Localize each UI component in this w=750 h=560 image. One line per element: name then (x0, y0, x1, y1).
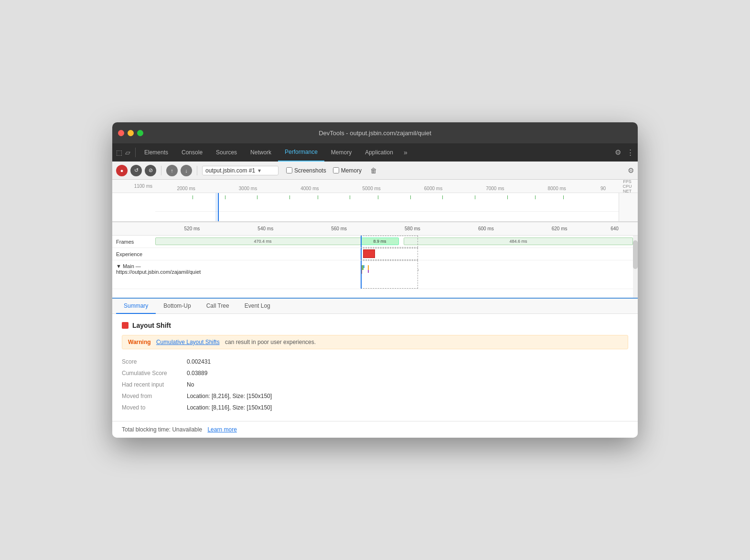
main-selection-box (361, 260, 418, 289)
tab-separator (135, 148, 136, 157)
score-row: Score 0.002431 (122, 356, 628, 367)
timeline-overview: 1100 ms 2000 ms 3000 ms 4000 ms 5000 ms … (112, 180, 638, 222)
score-key: Score (122, 356, 184, 367)
url-selector[interactable]: output.jsbin.com #1 ▾ (202, 166, 279, 175)
inspect-icon[interactable]: ⬚ (116, 149, 122, 156)
tab-memory[interactable]: Memory (324, 143, 358, 162)
detail-520: 520 ms (155, 226, 229, 231)
warning-text-content: can result in poor user experiences. (225, 339, 316, 345)
detail-540: 540 ms (229, 226, 302, 231)
ruler-6000: 6000 ms (402, 186, 464, 191)
warning-label: Warning (128, 339, 151, 345)
had-recent-input-key: Had recent input (122, 379, 184, 390)
moved-from-key: Moved from (122, 390, 184, 402)
moved-to-value: Location: [8,116], Size: [150x150] (187, 402, 272, 413)
frame-bar-1: 470.4 ms (155, 237, 370, 245)
settings-icon[interactable]: ⚙ (615, 148, 621, 157)
fps-cpu-net-tracks (112, 193, 638, 222)
reload-button[interactable]: ↺ (130, 165, 142, 176)
tab-event-log[interactable]: Event Log (237, 299, 278, 314)
detail-600: 600 ms (449, 226, 523, 231)
experience-row: Experience (112, 248, 638, 260)
tab-bar-right: ⚙ ⋮ (615, 148, 634, 157)
frames-label: Frames (112, 239, 155, 245)
net-side-label: NET (619, 189, 636, 194)
green-tick-9 (442, 195, 443, 199)
screenshots-checkbox-label[interactable]: Screenshots (286, 167, 326, 174)
had-recent-input-row: Had recent input No (122, 379, 628, 390)
ruler-3000: 3000 ms (217, 186, 279, 191)
screenshots-checkbox[interactable] (286, 167, 292, 173)
cumulative-score-row: Cumulative Score 0.03889 (122, 367, 628, 379)
experience-blue-line (361, 248, 362, 260)
tab-call-tree[interactable]: Call Tree (199, 299, 237, 314)
timeline-ruler: 1100 ms 2000 ms 3000 ms 4000 ms 5000 ms … (112, 180, 638, 193)
moved-from-value: Location: [8,216], Size: [150x150] (187, 390, 272, 402)
warning-link[interactable]: Cumulative Layout Shifts (156, 339, 220, 345)
scrollbar[interactable] (633, 236, 638, 298)
green-tick-1 (193, 195, 193, 199)
memory-label: Memory (341, 167, 362, 174)
main-label: ▼ Main — https://output.jsbin.com/zajami… (112, 260, 155, 289)
score-value: 0.002431 (187, 356, 211, 367)
frame-bar-3: 484.6 ms (404, 237, 633, 245)
green-tick-10 (475, 195, 475, 199)
frames-blue-line (361, 236, 362, 248)
tab-sources[interactable]: Sources (209, 143, 244, 162)
had-recent-input-value: No (187, 379, 194, 390)
tab-application[interactable]: Application (358, 143, 400, 162)
download-button[interactable]: ↓ (181, 165, 192, 176)
moved-from-row: Moved from Location: [8,216], Size: [150… (122, 390, 628, 402)
selection-box (361, 236, 418, 248)
warning-banner: Warning Cumulative Layout Shifts can res… (122, 335, 628, 349)
clear-button[interactable]: 🗑 (370, 167, 377, 174)
tab-bottom-up[interactable]: Bottom-Up (156, 299, 198, 314)
total-blocking-space (204, 426, 205, 433)
upload-button[interactable]: ↑ (166, 165, 178, 176)
tab-console[interactable]: Console (175, 143, 209, 162)
minimize-button[interactable] (128, 130, 134, 136)
dropdown-arrow: ▾ (258, 167, 261, 174)
blue-indicator-line (218, 193, 219, 221)
main-row: ▼ Main — https://output.jsbin.com/zajami… (112, 260, 638, 289)
title-bar: DevTools - output.jsbin.com/zajamil/quie… (112, 122, 638, 143)
tab-elements[interactable]: Elements (138, 143, 175, 162)
frames-row: Frames 470.4 ms 8.9 ms 484.6 ms (112, 236, 638, 248)
tab-network[interactable]: Network (244, 143, 278, 162)
memory-checkbox[interactable] (333, 167, 339, 173)
warning-text (222, 339, 223, 345)
memory-checkbox-label[interactable]: Memory (333, 167, 362, 174)
ruler-4000: 4000 ms (279, 186, 341, 191)
experience-label: Experience (112, 251, 155, 257)
close-button[interactable] (118, 130, 124, 136)
detail-ruler: 520 ms 540 ms 560 ms 580 ms 600 ms 620 m… (112, 222, 638, 236)
detail-620: 620 ms (523, 226, 596, 231)
device-icon[interactable]: ▱ (125, 149, 130, 156)
main-right-tick (418, 269, 418, 271)
tab-performance[interactable]: Performance (278, 143, 324, 162)
maximize-button[interactable] (137, 130, 143, 136)
toolbar-separator-1 (161, 166, 161, 175)
timeline-detail[interactable]: 520 ms 540 ms 560 ms 580 ms 600 ms 620 m… (112, 222, 638, 299)
ruler-2000: 2000 ms (155, 186, 217, 191)
more-options-icon[interactable]: ⋮ (627, 148, 634, 157)
toolbar-settings-icon[interactable]: ⚙ (628, 166, 634, 174)
layout-shift-label: Layout Shift (132, 322, 171, 329)
tab-summary[interactable]: Summary (116, 299, 156, 314)
stop-button[interactable]: ⊘ (145, 165, 156, 176)
learn-more-link[interactable]: Learn more (207, 426, 236, 433)
ruler-start: 1100 ms (134, 183, 152, 189)
record-button[interactable]: ● (116, 165, 128, 176)
experience-selection-box (361, 248, 418, 260)
green-tick-12 (535, 195, 536, 199)
devtools-window: DevTools - output.jsbin.com/zajamil/quie… (112, 122, 638, 438)
green-tick-7 (378, 195, 378, 199)
tab-more[interactable]: » (400, 149, 411, 156)
summary-content: Layout Shift Warning Cumulative Layout S… (112, 314, 638, 421)
scrollbar-thumb[interactable] (633, 240, 638, 269)
green-tick-4 (289, 195, 290, 199)
cpu-side-label: CPU (619, 184, 636, 189)
checkbox-group: Screenshots Memory 🗑 (286, 167, 377, 174)
detail-640: 640 (596, 226, 633, 231)
moved-to-key: Moved to (122, 402, 184, 413)
